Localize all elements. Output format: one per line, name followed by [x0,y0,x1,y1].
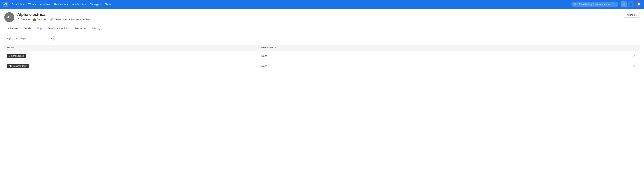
top-navigation: Schedule ▾ Work ▾ Activities Resources ▾… [0,0,644,9]
tag-expiry-cell: None [258,61,608,71]
schedule-chevron-icon: ▾ [23,4,24,6]
tabs-bar: Schedule Details Tags Temporary regions … [0,25,644,32]
search-icon: 🔍 [574,3,577,6]
profile-name: Alpha electrical [17,12,91,17]
nav-tools[interactable]: Tools ▾ [103,2,114,7]
work-chevron-icon: ▾ [35,4,36,6]
remove-tag-button[interactable]: ✕ [632,64,637,68]
tags-table: NAME EXPIRY DATE Drivers License None ✕ … [4,45,640,71]
location-icon: 📍 [17,18,20,21]
nav-resources[interactable]: Resources ▾ [52,2,70,7]
role-item: 💼 Electrician [33,18,47,21]
add-button[interactable]: + [621,2,627,7]
tags-table-header: NAME EXPIRY DATE [4,45,640,51]
remove-tag-button[interactable]: ✕ [632,53,637,58]
tab-schedule[interactable]: Schedule [4,25,20,32]
actions-button[interactable]: Actions ▾ [624,12,640,18]
avatar: AE [4,12,14,22]
tab-tags[interactable]: Tags [34,25,45,32]
search-placeholder: Search for jobs or resources [579,3,610,6]
tag-badge: Maintenance Team [7,64,29,68]
tags-content: 2 tags ▾ NAME EXPIRY DATE Drivers Licens… [0,32,644,75]
tab-resources[interactable]: Resources [72,25,90,32]
nav-right-actions: + 👤 HH [621,2,641,7]
table-row: Maintenance Team None ✕ [4,61,640,71]
tab-details[interactable]: Details [20,25,34,32]
user-icon: 👤 [629,3,633,6]
availability-chevron-icon: ▾ [85,4,86,6]
tag-action-cell: ✕ [608,51,640,61]
svg-rect-0 [3,2,8,7]
add-tags-wrapper: ▾ [14,36,54,41]
location-text: Brisbane [21,18,30,21]
nav-availability[interactable]: Availability ▾ [70,2,88,7]
tag-icon: 🔗 [50,18,53,21]
nav-schedule[interactable]: Schedule ▾ [10,2,26,7]
nav-manage[interactable]: Manage ▾ [88,2,102,7]
tag-badge: Drivers License [7,54,26,58]
table-row: Drivers License None ✕ [4,51,640,61]
tag-expiry-cell: None [258,51,608,61]
profile-info-section: AE Alpha electrical 📍 Brisbane 💼 Electri… [4,12,91,22]
manage-chevron-icon: ▾ [100,4,100,6]
tag-name-cell: Maintenance Team [4,61,258,71]
location-item: 📍 Brisbane [17,18,30,21]
role-text: Electrician [36,18,47,21]
tags-count: 2 tags [4,37,11,40]
col-header-expiry: EXPIRY DATE [258,45,608,51]
profile-metadata: 📍 Brisbane 💼 Electrician 🔗 Drivers Licen… [17,18,91,21]
tag-action-cell: ✕ [608,61,640,71]
add-tags-input[interactable] [14,36,54,41]
tags-meta-item: 🔗 Drivers License, Maintenance Team [50,18,91,21]
briefcase-icon: 💼 [33,18,36,21]
resources-chevron-icon: ▾ [67,4,68,6]
app-logo[interactable] [3,2,8,7]
profile-header: AE Alpha electrical 📍 Brisbane 💼 Electri… [0,9,644,22]
user-avatar[interactable]: HH [636,2,641,7]
tags-meta-text: Drivers License, Maintenance Team [54,18,91,21]
profile-details: Alpha electrical 📍 Brisbane 💼 Electricia… [17,12,91,21]
nav-activities[interactable]: Activities [38,2,52,7]
notification-button[interactable]: 👤 [628,2,634,7]
tags-table-body: Drivers License None ✕ Maintenance Team … [4,51,640,71]
col-header-action [608,45,640,51]
col-header-name: NAME [4,45,258,51]
tag-name-cell: Drivers License [4,51,258,61]
nav-work[interactable]: Work ▾ [26,2,38,7]
tools-chevron-icon: ▾ [112,4,112,6]
tags-control-row: 2 tags ▾ [4,36,640,41]
global-search[interactable]: 🔍 Search for jobs or resources [572,2,618,7]
tab-temporary-regions[interactable]: Temporary regions [45,25,72,32]
tab-history[interactable]: History [90,25,103,32]
actions-chevron-icon: ▾ [636,14,637,16]
